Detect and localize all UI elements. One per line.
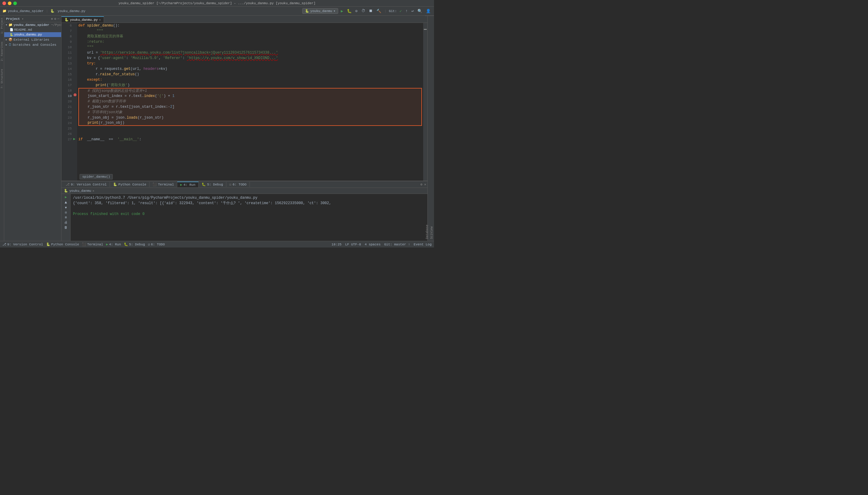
window-controls[interactable]	[2, 1, 17, 5]
version-control-status[interactable]: ⎇ 9: Version Control	[2, 242, 43, 246]
collapse-icon[interactable]: —	[57, 17, 59, 21]
code-line-23: r_json_obj = json.loads(r_json_str)	[78, 115, 422, 120]
database-tab[interactable]: Database	[425, 16, 429, 241]
stop-button[interactable]: ⏹	[368, 8, 374, 14]
run-tab-close[interactable]: ✕	[93, 189, 94, 193]
python-console-icon: 🐍	[46, 242, 50, 246]
terminal-status[interactable]: ⬛ Terminal	[82, 242, 103, 246]
encoding-indicator[interactable]: LF UTF-8	[345, 243, 361, 246]
run-icon-tab: ▶	[180, 183, 182, 187]
root-label: youku_danmu_spider	[14, 23, 49, 27]
chevron-down-icon: ▾	[333, 9, 335, 13]
code-line-8: 爬取某酷指定页的弹幕	[78, 34, 422, 39]
code-editor[interactable]: 6 7 8 9 10 11 12 13 14 15 16 17 18 19 20…	[62, 23, 427, 181]
undo-button[interactable]: ↩	[410, 8, 415, 14]
gutter: ▶	[73, 23, 77, 181]
project-name: youku_danmu_spider	[8, 9, 44, 13]
run-button[interactable]: ▶	[340, 8, 344, 14]
line-col-indicator[interactable]: 18:25	[331, 243, 342, 246]
run-status-icon: ▶	[106, 242, 108, 246]
tree-item-main-py[interactable]: 🐍 youku_danmu.py	[4, 32, 61, 37]
python-console-label: Python Console	[51, 243, 79, 246]
tab-terminal[interactable]: ⬛ Terminal	[149, 182, 177, 187]
run-config-dropdown[interactable]: 🐍 youku_danmu ▾	[302, 8, 338, 14]
settings-icon[interactable]: ⚙	[54, 17, 56, 21]
line-numbers: 6 7 8 9 10 11 12 13 14 15 16 17 18 19 20…	[62, 23, 73, 181]
function-tooltip: spider_danmu()	[80, 174, 113, 180]
settings-gear-icon[interactable]: ⚙	[421, 183, 423, 186]
vcs-label: 9: Version Control	[7, 243, 43, 246]
git-push-icon[interactable]: ↑	[405, 8, 409, 14]
wrap-icon[interactable]: ⊟	[65, 211, 67, 215]
editor-tab-main[interactable]: 🐍 youku_danmu.py ✕	[62, 16, 104, 22]
sidebar-title: Project	[6, 17, 20, 21]
profile-button[interactable]: ⏱	[360, 8, 366, 14]
breakpoint-line19[interactable]	[73, 93, 77, 96]
output-line-4: Process finished with exit code 0	[73, 211, 425, 217]
ext-libs-label: External Libraries	[14, 38, 49, 41]
indent-indicator[interactable]: 4 spaces	[365, 243, 381, 246]
output-line-3	[73, 206, 425, 211]
tree-item-ext-libs[interactable]: ▸ 📦 External Libraries	[4, 37, 61, 42]
tree-item-root[interactable]: ▾ 📁 youku_danmu_spider ~/PycharmProjects…	[4, 22, 61, 28]
vcs-icon: ⎇	[2, 242, 6, 246]
right-panel-strip: SciView Database	[427, 16, 434, 241]
trash-icon[interactable]: 🗑	[64, 225, 67, 229]
print-icon[interactable]: 🖨	[64, 220, 67, 224]
search-button[interactable]: 🔍	[416, 8, 423, 14]
code-line-10: """	[78, 45, 422, 50]
todo-icon: ☑	[229, 183, 231, 186]
minimize-button[interactable]	[8, 1, 12, 5]
debug-button[interactable]: 🐛	[346, 8, 353, 14]
git-status-indicator[interactable]: Git: master ↑	[384, 243, 410, 246]
event-log-link[interactable]: Event Log	[414, 243, 431, 246]
tree-item-readme[interactable]: 📄 README.md	[4, 28, 61, 32]
project-sidebar: Project ▾ ⊕ ⚙ — ▾ 📁 youku_danmu_spider ~…	[4, 16, 62, 241]
user-icon[interactable]: 👤	[425, 8, 431, 14]
play-icon[interactable]: ▶	[65, 195, 67, 199]
toolbar-right: 🐍 youku_danmu ▾ ▶ 🐛 ⊙ ⏱ ⏹ 🔨 | Git: ✓ ↑ ↩…	[302, 8, 431, 14]
file-icon-py: 🐍	[10, 33, 13, 36]
statusbar: ⎇ 9: Version Control 🐍 Python Console ⬛ …	[0, 241, 434, 248]
code-content[interactable]: def spider_danmu(): """ 爬取某酷指定页的弹幕 :retu…	[77, 23, 423, 181]
output-line-1: /usr/local/bin/python3.7 /Users/pig/Pych…	[73, 195, 425, 201]
left-activity-strip: 1: Project 2: Favorites 7: Structure	[0, 16, 4, 241]
tree-item-scratches[interactable]: ▸ 🗒 Scratches and Consoles	[4, 42, 61, 47]
stop-icon[interactable]: ▲	[65, 200, 67, 205]
structure-tab-label[interactable]: 7: Structure	[0, 68, 4, 89]
tab-todo[interactable]: ☑ 6: TODO	[226, 182, 250, 187]
file-icon-md: 📄	[10, 28, 13, 32]
code-line-11: url = 'https://service.danmu.youku.com/l…	[78, 50, 422, 55]
code-line-17: print('爬取失败')	[78, 83, 422, 88]
scroll-down-icon[interactable]: ▼	[65, 206, 67, 209]
locate-icon[interactable]: ⊕	[51, 17, 53, 21]
soft-wrap-icon[interactable]: ⊞	[65, 216, 67, 219]
execution-arrow: ▶	[73, 137, 75, 141]
tab-close-button[interactable]: ✕	[99, 18, 101, 22]
git-label: Git:	[389, 9, 397, 13]
tab-version-control[interactable]: ⎇ 9: Version Control	[63, 182, 110, 187]
tab-debug[interactable]: 🐛 5: Debug	[199, 182, 226, 187]
close-button[interactable]	[2, 1, 6, 5]
tab-run[interactable]: ▶ 4: Run	[177, 182, 199, 187]
favorites-tab-label[interactable]: 2: Favorites	[0, 41, 4, 62]
divider: |	[384, 9, 387, 13]
tab-python-console[interactable]: 🐍 Python Console	[110, 182, 149, 187]
terminal-icon: ⬛	[152, 183, 157, 186]
sciview-tab[interactable]: SciView	[429, 16, 434, 241]
bottom-content: ▶ ▲ ▼ ⊟ ⊞ 🖨 🗑 /usr/local/bin/python3.7 /…	[62, 194, 427, 241]
project-tab-label[interactable]: 1: Project	[0, 17, 4, 34]
git-update-icon[interactable]: ✓	[399, 8, 403, 14]
run-status[interactable]: ▶ 4: Run	[106, 242, 121, 246]
build-button[interactable]: 🔨	[376, 8, 382, 14]
debug-status[interactable]: 🐛 5: Debug	[124, 242, 145, 246]
run-output-header: 🐍 youku_danmu ✕	[62, 188, 427, 194]
output-line-2: {'count': 358, 'filtered': 1, 'result': …	[73, 201, 425, 206]
python-console-status[interactable]: 🐍 Python Console	[46, 242, 79, 246]
coverage-button[interactable]: ⊙	[355, 8, 359, 14]
maximize-button[interactable]	[13, 1, 17, 5]
sidebar-actions: ⊕ ⚙ —	[51, 17, 59, 21]
code-line-7: """	[78, 28, 422, 34]
python-icon: 🐍	[113, 183, 117, 186]
todo-status[interactable]: ☑ 6: TODO	[148, 242, 165, 246]
